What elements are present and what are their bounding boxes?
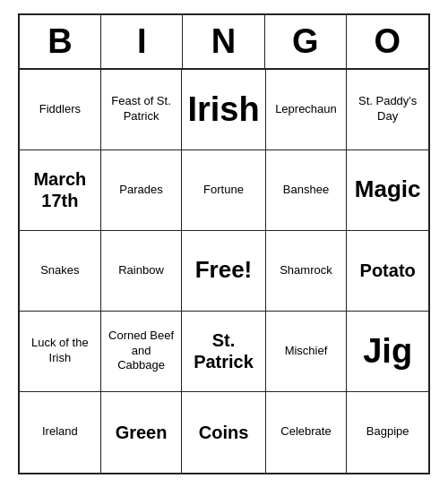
- cell-text-8: Banshee: [283, 183, 329, 198]
- cell-text-19: Jig: [363, 332, 412, 371]
- cell-text-5: March 17th: [25, 168, 95, 211]
- bingo-cell-10: Snakes: [20, 231, 101, 312]
- bingo-card: B I N G O FiddlersFeast of St. PatrickIr…: [18, 13, 430, 474]
- bingo-cell-18: Mischief: [266, 312, 348, 392]
- bingo-header: B I N G O: [20, 15, 428, 70]
- cell-text-14: Potato: [360, 260, 416, 281]
- cell-text-18: Mischief: [285, 344, 328, 359]
- bingo-cell-23: Celebrate: [266, 392, 348, 473]
- bingo-cell-1: Feast of St. Patrick: [101, 70, 183, 150]
- cell-text-16: Corned Beef and Cabbage: [107, 329, 177, 374]
- cell-text-11: Rainbow: [118, 263, 164, 278]
- bingo-cell-22: Coins: [182, 392, 265, 473]
- cell-text-4: St. Paddy's Day: [352, 94, 423, 124]
- header-o: O: [347, 15, 428, 68]
- bingo-cell-21: Green: [101, 392, 183, 473]
- cell-text-9: Magic: [355, 175, 421, 203]
- bingo-cell-5: March 17th: [20, 150, 101, 231]
- cell-text-12: Free!: [195, 256, 253, 284]
- bingo-cell-6: Parades: [101, 150, 183, 231]
- cell-text-22: Coins: [199, 422, 249, 443]
- bingo-cell-15: Luck of the Irish: [20, 312, 101, 392]
- cell-text-21: Green: [116, 422, 168, 443]
- bingo-cell-20: Ireland: [20, 392, 101, 473]
- cell-text-1: Feast of St. Patrick: [107, 94, 177, 124]
- bingo-cell-19: Jig: [347, 312, 428, 392]
- header-i: I: [101, 15, 183, 68]
- header-n: N: [183, 15, 264, 68]
- bingo-cell-13: Shamrock: [266, 231, 348, 312]
- bingo-cell-8: Banshee: [266, 150, 348, 231]
- bingo-cell-24: Bagpipe: [347, 392, 428, 473]
- bingo-cell-17: St. Patrick: [182, 312, 265, 392]
- cell-text-6: Parades: [119, 183, 162, 198]
- bingo-cell-7: Fortune: [182, 150, 265, 231]
- bingo-cell-11: Rainbow: [101, 231, 183, 312]
- header-b: B: [20, 15, 101, 68]
- cell-text-10: Snakes: [40, 263, 79, 278]
- cell-text-3: Leprechaun: [275, 102, 337, 117]
- bingo-cell-14: Potato: [347, 231, 428, 312]
- cell-text-2: Irish: [187, 90, 259, 129]
- cell-text-20: Ireland: [42, 424, 78, 440]
- header-g: G: [265, 15, 347, 68]
- bingo-cell-0: Fiddlers: [20, 70, 101, 150]
- bingo-cell-12: Free!: [182, 231, 265, 312]
- bingo-cell-3: Leprechaun: [266, 70, 348, 150]
- cell-text-24: Bagpipe: [366, 424, 409, 440]
- cell-text-23: Celebrate: [280, 424, 331, 440]
- cell-text-0: Fiddlers: [39, 102, 81, 117]
- cell-text-7: Fortune: [203, 183, 244, 198]
- bingo-cell-2: Irish: [182, 70, 265, 150]
- bingo-grid: FiddlersFeast of St. PatrickIrishLeprech…: [20, 70, 428, 473]
- bingo-cell-4: St. Paddy's Day: [347, 70, 428, 150]
- bingo-cell-16: Corned Beef and Cabbage: [101, 312, 183, 392]
- cell-text-15: Luck of the Irish: [25, 336, 95, 366]
- bingo-cell-9: Magic: [347, 150, 428, 231]
- cell-text-13: Shamrock: [280, 263, 332, 278]
- cell-text-17: St. Patrick: [187, 329, 259, 372]
